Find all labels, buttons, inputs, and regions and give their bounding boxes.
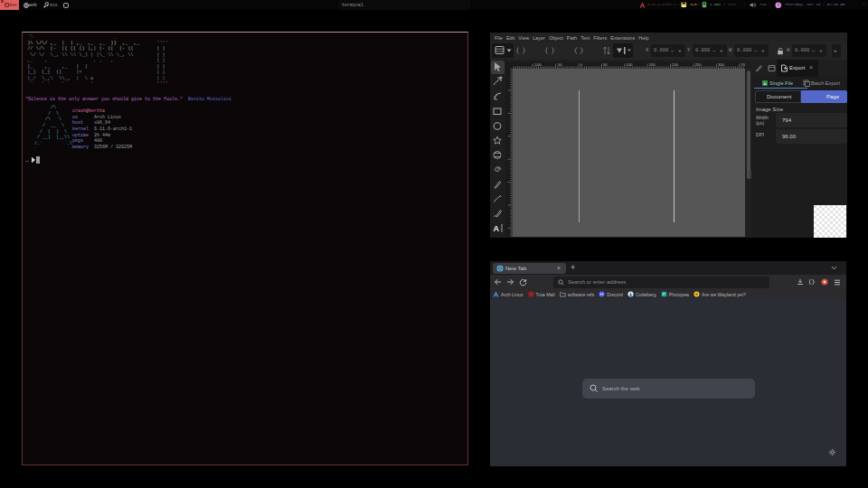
svg-text:-50: -50 — [557, 62, 563, 67]
svg-text:350: 350 — [741, 62, 745, 67]
svg-text:250: 250 — [695, 62, 703, 67]
svg-text:300: 300 — [718, 62, 725, 67]
svg-text:0: 0 — [580, 62, 583, 67]
svg-text:P: P — [663, 292, 665, 296]
svg-text:150: 150 — [649, 62, 656, 67]
svg-text:A: A — [494, 224, 500, 233]
svg-text:200: 200 — [672, 62, 679, 67]
svg-text:50: 50 — [603, 62, 608, 67]
svg-text:-100: -100 — [533, 62, 542, 67]
svg-text:100: 100 — [626, 62, 633, 67]
